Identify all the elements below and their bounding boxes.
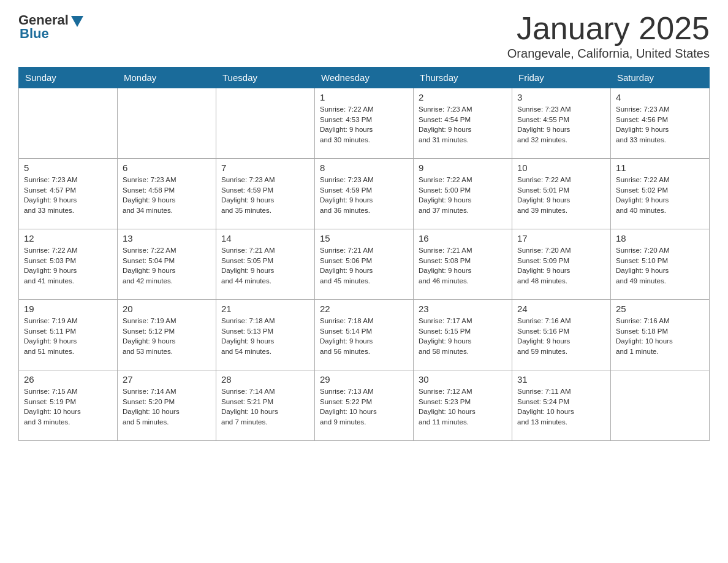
day-number: 12 [24,233,112,243]
calendar-cell: 13Sunrise: 7:22 AMSunset: 5:04 PMDayligh… [118,229,216,300]
calendar-cell: 23Sunrise: 7:17 AMSunset: 5:15 PMDayligh… [414,300,512,370]
day-info: Sunrise: 7:19 AMSunset: 5:11 PMDaylight:… [24,316,112,357]
calendar-cell [118,88,216,159]
day-info: Sunrise: 7:23 AMSunset: 4:54 PMDaylight:… [419,104,507,145]
day-info: Sunrise: 7:11 AMSunset: 5:24 PMDaylight:… [517,386,605,427]
day-number: 30 [419,374,507,385]
day-info: Sunrise: 7:21 AMSunset: 5:06 PMDaylight:… [320,245,408,286]
calendar-cell: 8Sunrise: 7:23 AMSunset: 4:59 PMDaylight… [315,159,414,229]
day-info: Sunrise: 7:22 AMSunset: 5:00 PMDaylight:… [419,175,507,216]
calendar-cell: 18Sunrise: 7:20 AMSunset: 5:10 PMDayligh… [611,229,710,300]
day-number: 1 [320,92,408,102]
day-number: 19 [24,304,112,314]
day-info: Sunrise: 7:17 AMSunset: 5:15 PMDaylight:… [419,316,507,357]
day-info: Sunrise: 7:22 AMSunset: 5:02 PMDaylight:… [616,175,704,216]
day-info: Sunrise: 7:21 AMSunset: 5:08 PMDaylight:… [419,245,507,286]
day-info: Sunrise: 7:22 AMSunset: 5:01 PMDaylight:… [517,175,605,216]
calendar-cell: 26Sunrise: 7:15 AMSunset: 5:19 PMDayligh… [19,370,118,441]
day-info: Sunrise: 7:23 AMSunset: 4:55 PMDaylight:… [517,104,605,145]
calendar-cell: 27Sunrise: 7:14 AMSunset: 5:20 PMDayligh… [118,370,216,441]
day-number: 26 [24,374,112,385]
calendar-cell: 21Sunrise: 7:18 AMSunset: 5:13 PMDayligh… [216,300,315,370]
day-number: 10 [517,163,605,173]
day-number: 6 [123,163,211,173]
day-number: 3 [517,92,605,102]
calendar-cell: 11Sunrise: 7:22 AMSunset: 5:02 PMDayligh… [611,159,710,229]
day-info: Sunrise: 7:15 AMSunset: 5:19 PMDaylight:… [24,386,112,427]
calendar-cell [216,88,315,159]
calendar-day-header: Thursday [414,67,512,88]
day-info: Sunrise: 7:18 AMSunset: 5:13 PMDaylight:… [221,316,309,357]
day-info: Sunrise: 7:21 AMSunset: 5:05 PMDaylight:… [221,245,309,286]
calendar-cell: 20Sunrise: 7:19 AMSunset: 5:12 PMDayligh… [118,300,216,370]
day-info: Sunrise: 7:23 AMSunset: 4:58 PMDaylight:… [123,175,211,216]
calendar-week-row: 1Sunrise: 7:22 AMSunset: 4:53 PMDaylight… [19,88,710,159]
day-number: 8 [320,163,408,173]
day-info: Sunrise: 7:14 AMSunset: 5:20 PMDaylight:… [123,386,211,427]
day-info: Sunrise: 7:14 AMSunset: 5:21 PMDaylight:… [221,386,309,427]
calendar-cell: 30Sunrise: 7:12 AMSunset: 5:23 PMDayligh… [414,370,512,441]
calendar-week-row: 12Sunrise: 7:22 AMSunset: 5:03 PMDayligh… [19,229,710,300]
day-info: Sunrise: 7:23 AMSunset: 4:56 PMDaylight:… [616,104,704,145]
day-number: 20 [123,304,211,314]
calendar-cell: 31Sunrise: 7:11 AMSunset: 5:24 PMDayligh… [512,370,611,441]
day-info: Sunrise: 7:22 AMSunset: 5:04 PMDaylight:… [123,245,211,286]
calendar-day-header: Tuesday [216,67,315,88]
calendar-cell: 5Sunrise: 7:23 AMSunset: 4:57 PMDaylight… [19,159,118,229]
month-title: January 2025 [507,12,710,44]
day-number: 14 [221,233,309,243]
day-number: 7 [221,163,309,173]
day-number: 11 [616,163,704,173]
calendar-cell: 28Sunrise: 7:14 AMSunset: 5:21 PMDayligh… [216,370,315,441]
day-number: 17 [517,233,605,243]
calendar-cell [19,88,118,159]
calendar-cell: 16Sunrise: 7:21 AMSunset: 5:08 PMDayligh… [414,229,512,300]
calendar-day-header: Saturday [611,67,710,88]
day-number: 27 [123,374,211,385]
day-number: 22 [320,304,408,314]
logo-triangle-icon [71,16,83,27]
calendar-day-header: Monday [118,67,216,88]
calendar-cell: 1Sunrise: 7:22 AMSunset: 4:53 PMDaylight… [315,88,414,159]
calendar-cell [611,370,710,441]
location-text: Orangevale, California, United States [507,47,710,61]
day-info: Sunrise: 7:22 AMSunset: 5:03 PMDaylight:… [24,245,112,286]
calendar-cell: 10Sunrise: 7:22 AMSunset: 5:01 PMDayligh… [512,159,611,229]
calendar-cell: 3Sunrise: 7:23 AMSunset: 4:55 PMDaylight… [512,88,611,159]
calendar-week-row: 26Sunrise: 7:15 AMSunset: 5:19 PMDayligh… [19,370,710,441]
calendar-cell: 25Sunrise: 7:16 AMSunset: 5:18 PMDayligh… [611,300,710,370]
calendar-day-header: Wednesday [315,67,414,88]
logo: General Blue [18,12,83,42]
day-info: Sunrise: 7:23 AMSunset: 4:59 PMDaylight:… [320,175,408,216]
title-block: January 2025 Orangevale, California, Uni… [507,12,710,61]
day-number: 2 [419,92,507,102]
calendar-cell: 14Sunrise: 7:21 AMSunset: 5:05 PMDayligh… [216,229,315,300]
day-number: 5 [24,163,112,173]
calendar-cell: 19Sunrise: 7:19 AMSunset: 5:11 PMDayligh… [19,300,118,370]
calendar-cell: 17Sunrise: 7:20 AMSunset: 5:09 PMDayligh… [512,229,611,300]
calendar-cell: 29Sunrise: 7:13 AMSunset: 5:22 PMDayligh… [315,370,414,441]
calendar-table: SundayMondayTuesdayWednesdayThursdayFrid… [18,67,710,441]
day-info: Sunrise: 7:16 AMSunset: 5:16 PMDaylight:… [517,316,605,357]
day-number: 4 [616,92,704,102]
day-info: Sunrise: 7:18 AMSunset: 5:14 PMDaylight:… [320,316,408,357]
day-number: 25 [616,304,704,314]
calendar-cell: 12Sunrise: 7:22 AMSunset: 5:03 PMDayligh… [19,229,118,300]
day-number: 13 [123,233,211,243]
calendar-header-row: SundayMondayTuesdayWednesdayThursdayFrid… [19,67,710,88]
day-number: 16 [419,233,507,243]
calendar-cell: 9Sunrise: 7:22 AMSunset: 5:00 PMDaylight… [414,159,512,229]
day-number: 24 [517,304,605,314]
day-info: Sunrise: 7:16 AMSunset: 5:18 PMDaylight:… [616,316,704,357]
day-info: Sunrise: 7:23 AMSunset: 4:57 PMDaylight:… [24,175,112,216]
day-info: Sunrise: 7:20 AMSunset: 5:10 PMDaylight:… [616,245,704,286]
day-info: Sunrise: 7:19 AMSunset: 5:12 PMDaylight:… [123,316,211,357]
page-header: General Blue January 2025 Orangevale, Ca… [18,12,710,61]
day-info: Sunrise: 7:23 AMSunset: 4:59 PMDaylight:… [221,175,309,216]
day-number: 9 [419,163,507,173]
calendar-cell: 22Sunrise: 7:18 AMSunset: 5:14 PMDayligh… [315,300,414,370]
calendar-day-header: Friday [512,67,611,88]
day-number: 21 [221,304,309,314]
day-info: Sunrise: 7:20 AMSunset: 5:09 PMDaylight:… [517,245,605,286]
day-number: 28 [221,374,309,385]
